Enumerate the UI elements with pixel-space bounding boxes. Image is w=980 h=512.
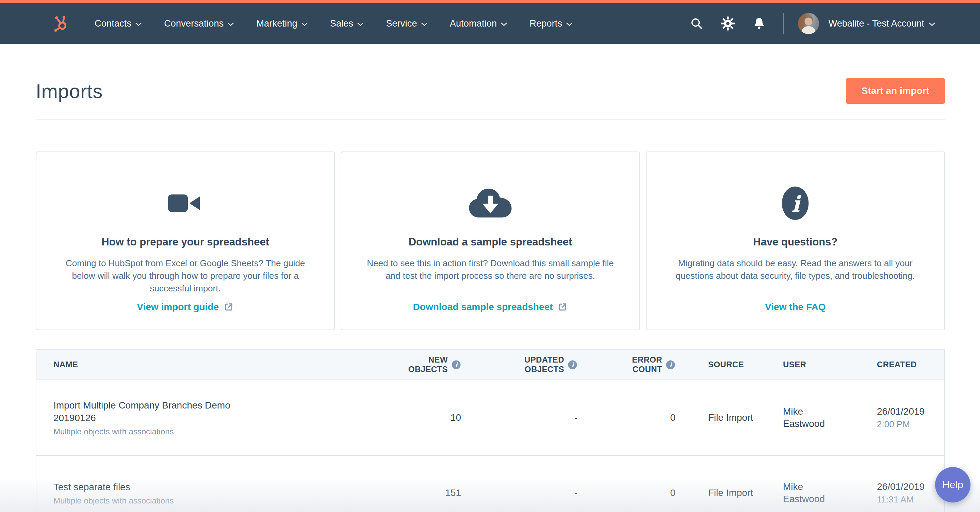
column-header-name: NAME (37, 360, 397, 369)
chevron-down-icon (501, 22, 507, 26)
page-header: Imports Start an import (36, 78, 945, 104)
imports-table: NAME NEW OBJECTS i UPDATED OBJECTS i ERR… (36, 349, 945, 512)
user-avatar[interactable] (798, 13, 819, 34)
svg-text:i: i (455, 361, 458, 369)
created-date: 26/01/2019 (877, 482, 944, 492)
info-icon: i (781, 185, 810, 221)
import-name: Test separate files (53, 481, 244, 493)
info-tooltip-icon[interactable]: i (666, 360, 675, 370)
video-icon (166, 185, 205, 221)
help-cards: How to prepare your spreadsheet Coming t… (36, 152, 945, 330)
updated-objects-value: - (465, 412, 588, 423)
chevron-down-icon (929, 22, 935, 26)
chevron-down-icon (228, 22, 234, 26)
card-body: Migrating data should be easy. Read the … (668, 257, 923, 282)
cloud-download-icon (466, 185, 514, 221)
chevron-down-icon (421, 22, 427, 26)
created-date: 26/01/2019 (877, 406, 944, 417)
card-sample-spreadsheet: Download a sample spreadsheet Need to se… (340, 152, 640, 330)
table-row: Import Multiple Company Branches Demo 20… (37, 380, 944, 455)
nav-item-service[interactable]: Service (386, 18, 427, 29)
notifications-bell-icon[interactable] (750, 14, 768, 32)
table-row: Test separate files Multiple objects wit… (37, 455, 944, 512)
settings-gear-icon[interactable] (719, 14, 737, 32)
column-header-new-objects: NEW OBJECTS i (397, 355, 465, 374)
new-objects-value: 151 (397, 488, 465, 498)
account-menu[interactable]: Webalite - Test Account (829, 18, 935, 29)
error-count-value: 0 (588, 412, 686, 423)
new-objects-value: 10 (397, 412, 465, 423)
top-navigation: Contacts Conversations Marketing Sales S… (0, 3, 980, 44)
created-time: 11:31 AM (877, 494, 944, 505)
primary-nav: Contacts Conversations Marketing Sales S… (95, 18, 572, 29)
help-button[interactable]: Help (935, 467, 970, 502)
error-count-value: 0 (588, 488, 686, 498)
user-value: Mike Eastwood (754, 405, 836, 430)
external-link-icon (224, 302, 234, 312)
chevron-down-icon (357, 22, 363, 26)
header-divider (36, 120, 945, 120)
account-name: Webalite - Test Account (829, 18, 924, 29)
card-body: Coming to HubSpot from Excel or Google S… (58, 257, 313, 295)
view-faq-link[interactable]: View the FAQ (765, 301, 826, 313)
nav-item-sales[interactable]: Sales (330, 18, 364, 29)
column-header-updated-objects: UPDATED OBJECTS i (465, 355, 588, 374)
updated-objects-value: - (465, 488, 588, 498)
table-header-row: NAME NEW OBJECTS i UPDATED OBJECTS i ERR… (37, 349, 944, 380)
nav-item-marketing[interactable]: Marketing (256, 18, 307, 29)
chevron-down-icon (301, 22, 308, 26)
source-value: File Import (686, 412, 754, 424)
card-body: Need to see this in action first? Downlo… (363, 257, 618, 282)
import-type: Multiple objects with associations (53, 427, 397, 436)
info-tooltip-icon[interactable]: i (568, 360, 578, 370)
view-import-guide-link[interactable]: View import guide (137, 301, 234, 313)
nav-item-reports[interactable]: Reports (530, 18, 572, 29)
source-value: File Import (686, 487, 754, 499)
nav-item-automation[interactable]: Automation (450, 18, 508, 29)
import-name: Import Multiple Company Branches Demo 20… (53, 399, 244, 424)
nav-divider (783, 13, 784, 34)
svg-text:i: i (571, 361, 574, 369)
card-title: Have questions? (753, 236, 837, 248)
start-import-button[interactable]: Start an import (846, 78, 945, 104)
nav-item-contacts[interactable]: Contacts (95, 18, 142, 29)
main-content: Imports Start an import How to prepare y… (36, 78, 945, 512)
user-value: Mike Eastwood (754, 481, 836, 505)
column-header-user: USER (754, 360, 836, 369)
import-type: Multiple objects with associations (53, 496, 397, 506)
hubspot-sprocket-logo[interactable] (52, 14, 70, 33)
info-tooltip-icon[interactable]: i (451, 360, 461, 370)
column-header-created: CREATED (836, 360, 944, 369)
chevron-down-icon (135, 22, 142, 26)
download-sample-link[interactable]: Download sample spreadsheet (413, 301, 568, 313)
column-header-source: SOURCE (686, 360, 754, 369)
created-time: 2:00 PM (877, 419, 944, 430)
brand-accent-bar (0, 0, 980, 3)
topbar-right: Webalite - Test Account (688, 13, 935, 34)
card-prepare-spreadsheet: How to prepare your spreadsheet Coming t… (36, 152, 335, 330)
card-title: How to prepare your spreadsheet (102, 236, 269, 248)
svg-text:i: i (669, 361, 672, 369)
page-title: Imports (36, 80, 103, 102)
search-icon[interactable] (688, 14, 705, 32)
column-header-error-count: ERROR COUNT i (588, 355, 686, 374)
card-title: Download a sample spreadsheet (409, 236, 572, 248)
chevron-down-icon (566, 22, 572, 26)
external-link-icon (557, 302, 568, 312)
card-have-questions: i Have questions? Migrating data should … (646, 152, 945, 330)
nav-item-conversations[interactable]: Conversations (164, 18, 234, 29)
